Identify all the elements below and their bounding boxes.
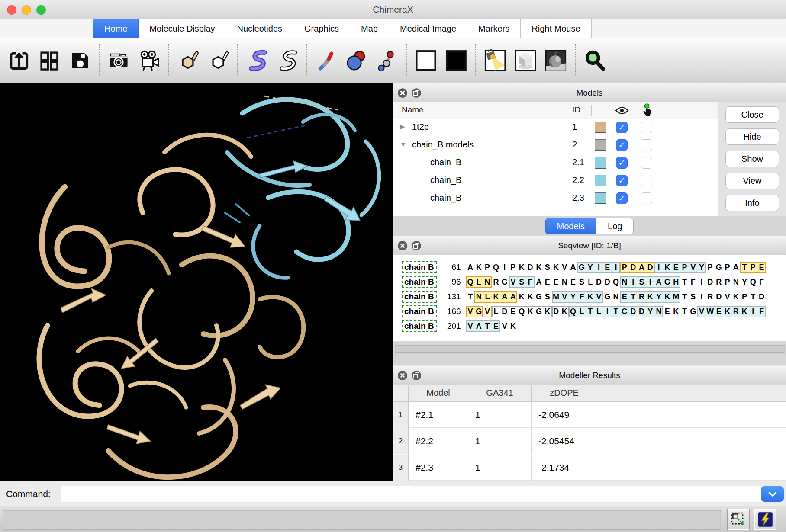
stick-style-button[interactable] <box>314 48 338 73</box>
seq-segment-plain[interactable]: RG <box>492 276 509 288</box>
seq-segment-plain[interactable]: T <box>466 291 475 303</box>
tab-molecule-display[interactable]: Molecule Display <box>139 19 226 38</box>
tab-home[interactable]: Home <box>93 19 139 38</box>
show-button[interactable]: Show <box>725 151 779 167</box>
seq-segment-plain[interactable]: PGPA <box>706 262 740 273</box>
modeller-model-cell[interactable]: #2.1 <box>409 402 468 428</box>
hide-button[interactable]: Hide <box>725 128 779 145</box>
command-history-dropdown-button[interactable] <box>761 486 784 502</box>
modeller-ga341-cell[interactable]: 1 <box>468 402 532 428</box>
seq-segment-cyan[interactable]: VSF <box>509 276 535 288</box>
model-shown-checkbox[interactable]: ✓ <box>616 122 628 133</box>
panel-tab-log[interactable]: Log <box>596 218 634 234</box>
seq-segment-cyan[interactable]: IKEPVY <box>654 262 706 273</box>
white-background-button[interactable] <box>414 48 438 73</box>
resize-graphics-button[interactable] <box>727 509 750 530</box>
model-selected-checkbox[interactable] <box>641 157 652 169</box>
seqview-scroll-strip[interactable] <box>395 345 785 353</box>
model-color-swatch[interactable] <box>595 139 606 151</box>
sequence[interactable]: AKPQIPKDKSKVAGYIEIPDADIKEPVYPGPATPE <box>466 262 766 273</box>
seq-segment-plain[interactable]: AEENESLDDQ <box>535 276 620 288</box>
seq-segment-cyan[interactable]: ETRKYKM <box>620 291 680 303</box>
show-cartoons-button[interactable] <box>245 48 269 73</box>
seq-segment-plain[interactable]: AKPQIPKDKSKVA <box>466 262 577 273</box>
seq-segment-yellow[interactable]: PDAD <box>620 262 654 273</box>
expand-arrow-icon[interactable]: ▶ <box>400 123 405 131</box>
modeller-zdope-cell[interactable]: -2.0649 <box>532 402 597 428</box>
collapse-arrow-icon[interactable]: ▼ <box>400 141 406 148</box>
side-view-button[interactable] <box>583 48 607 73</box>
model-row[interactable]: ▼chain_B models2✓ <box>393 137 718 154</box>
seq-segment-cyan[interactable]: QLTLITCDDYN <box>569 306 663 317</box>
black-background-button[interactable] <box>444 48 468 73</box>
sequence[interactable]: QLNRGVSFAEENESLDDQNISIAGHTFIDRPNYQF <box>466 276 766 288</box>
model-row[interactable]: chain_B2.1✓ <box>393 154 718 172</box>
hide-atoms-button[interactable] <box>206 48 230 73</box>
model-selected-checkbox[interactable] <box>641 139 652 151</box>
model-selected-checkbox[interactable] <box>641 192 652 204</box>
seq-segment-paleyellow[interactable]: V <box>483 306 492 317</box>
seq-segment-plain[interactable]: TSIRDVKPTD <box>680 291 766 303</box>
modeller-ga341-cell[interactable]: 1 <box>468 428 532 454</box>
sequence[interactable]: VATEVK <box>466 320 518 332</box>
seq-segment-plain[interactable]: VK <box>500 320 518 332</box>
seq-segment-graybox[interactable]: LDEQKGK <box>492 306 552 317</box>
seq-segment-yellow[interactable]: NLKAA <box>474 291 517 303</box>
tab-nucleotides[interactable]: Nucleotides <box>226 19 294 38</box>
model-row[interactable]: ▶1t2p1✓ <box>393 119 718 137</box>
model-selected-checkbox[interactable] <box>641 122 652 133</box>
modeller-model-cell[interactable]: #2.3 <box>409 455 468 481</box>
save-button[interactable] <box>68 48 92 73</box>
seq-segment-cyan[interactable]: GYIEI <box>577 262 620 273</box>
soft-lighting-button[interactable] <box>513 48 538 73</box>
snapshot-button[interactable] <box>106 48 131 73</box>
model-shown-checkbox[interactable]: ✓ <box>616 157 628 169</box>
seq-segment-graybox[interactable]: DK <box>552 306 569 317</box>
seq-segment-yellow[interactable]: QLN <box>466 276 492 288</box>
graphics-viewport[interactable] <box>0 83 393 481</box>
seq-segment-cyan[interactable]: VATE <box>466 320 500 332</box>
panel-tab-models[interactable]: Models <box>545 218 596 234</box>
modeller-zdope-cell[interactable]: -2.05454 <box>532 428 597 454</box>
model-shown-checkbox[interactable]: ✓ <box>616 175 628 186</box>
seq-segment-plain[interactable]: KKGS <box>517 291 551 303</box>
show-atoms-button[interactable] <box>176 48 200 73</box>
sphere-style-button[interactable] <box>345 48 369 73</box>
sequence[interactable]: TNLKAAKKGSMVYFKVGNETRKYKMTSIRDVKPTD <box>466 291 766 303</box>
model-shown-checkbox[interactable]: ✓ <box>616 192 628 204</box>
tab-medical-image[interactable]: Medical Image <box>389 19 467 38</box>
lightning-button[interactable] <box>754 509 776 530</box>
full-lighting-button[interactable] <box>544 48 568 73</box>
info-button[interactable]: Info <box>725 195 779 211</box>
open-button[interactable] <box>7 48 31 73</box>
model-shown-checkbox[interactable]: ✓ <box>616 139 628 151</box>
tab-markers[interactable]: Markers <box>467 19 521 38</box>
seq-segment-cyan[interactable]: MVYFKV <box>552 291 603 303</box>
model-row[interactable]: chain_B2.3✓ <box>393 190 718 208</box>
hide-cartoons-button[interactable] <box>275 48 300 73</box>
recent-button[interactable] <box>37 48 61 73</box>
seq-segment-plain[interactable]: TFIDRPNYQF <box>680 276 766 288</box>
sequence-viewer[interactable]: chain B61AKPQIPKDKSKVAGYIEIPDADIKEPVYPGP… <box>393 255 786 341</box>
modeller-zdope-cell[interactable]: -2.1734 <box>532 455 597 481</box>
seq-segment-plain[interactable]: GN <box>603 291 620 303</box>
seq-segment-cyan[interactable]: VWEKRKIF <box>697 306 766 317</box>
sequence[interactable]: VGVLDEQKGKDKQLTLITCDDYNEKTGVWEKRKIF <box>466 306 766 317</box>
seq-segment-plain[interactable]: EKTG <box>663 306 697 317</box>
command-input[interactable] <box>61 486 784 502</box>
model-color-swatch[interactable] <box>595 122 606 133</box>
seq-segment-yellow[interactable]: TPE <box>740 262 766 273</box>
model-color-swatch[interactable] <box>595 157 606 169</box>
model-selected-checkbox[interactable] <box>641 175 652 186</box>
seq-segment-cyan[interactable]: NISIAGH <box>620 276 680 288</box>
ball-and-stick-style-button[interactable] <box>375 48 399 73</box>
view-button[interactable]: View <box>725 173 779 189</box>
tab-graphics[interactable]: Graphics <box>293 19 350 38</box>
seq-segment-yellow[interactable]: VG <box>466 306 483 317</box>
record-movie-button[interactable] <box>137 48 161 73</box>
modeller-model-cell[interactable]: #2.2 <box>409 428 468 454</box>
simple-lighting-button[interactable] <box>483 48 507 73</box>
model-color-swatch[interactable] <box>595 192 606 204</box>
model-row[interactable]: chain_B2.2✓ <box>393 172 718 190</box>
tab-right-mouse[interactable]: Right Mouse <box>521 19 591 38</box>
